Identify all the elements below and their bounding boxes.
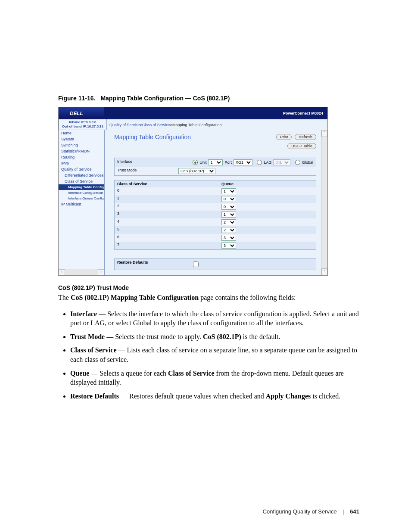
field-list: Interface — Selects the interface to whi… bbox=[70, 309, 359, 401]
cos-value: 6 bbox=[115, 234, 219, 242]
scroll-down-icon[interactable]: ˅ bbox=[321, 268, 327, 275]
table-row: 42 bbox=[115, 218, 316, 226]
main-scrollbar[interactable]: ˄ ˅ bbox=[321, 130, 327, 275]
lag-select: ch1 bbox=[273, 159, 290, 165]
product-name: PowerConnect M8024 bbox=[104, 107, 327, 119]
interface-lag-radio[interactable] bbox=[257, 160, 262, 165]
figure-caption: Figure 11-16.Mapping Table Configuration… bbox=[58, 95, 359, 102]
refresh-button[interactable]: Refresh bbox=[295, 134, 316, 140]
intro-paragraph: The CoS (802.1P) Mapping Table Configura… bbox=[58, 293, 359, 302]
scroll-up-icon[interactable]: ˄ bbox=[321, 130, 327, 137]
field-item: Queue — Selects a queue for each Class o… bbox=[70, 369, 359, 387]
section-heading: CoS (802.1P) Trust Mode bbox=[58, 284, 359, 291]
field-item: Restore Defaults — Restores default queu… bbox=[70, 392, 359, 401]
queue-select[interactable]: 3 bbox=[221, 243, 236, 249]
queue-select[interactable]: 2 bbox=[221, 219, 236, 225]
nav-tree[interactable]: HomeSystemSwitchingStatistics/RMONRoutin… bbox=[59, 130, 105, 275]
nav-scrollbar[interactable]: ‹ › bbox=[59, 269, 104, 275]
nav-item[interactable]: Quality of Service bbox=[59, 166, 104, 172]
crumb-qos[interactable]: Quality of Service bbox=[109, 123, 140, 127]
port-select[interactable]: XG1 bbox=[234, 159, 252, 165]
trust-mode-select[interactable]: CoS (802.1P) bbox=[178, 168, 215, 174]
top-bar: DELL PowerConnect M8024 bbox=[59, 107, 327, 119]
nav-item[interactable]: IP Multicast bbox=[59, 201, 104, 207]
queue-select[interactable]: 1 bbox=[221, 212, 236, 218]
interface-global-radio[interactable] bbox=[295, 160, 300, 165]
interface-unit-radio[interactable] bbox=[193, 160, 198, 165]
restore-defaults-checkbox[interactable] bbox=[193, 261, 199, 267]
table-row: 10 bbox=[115, 195, 316, 203]
restore-defaults-row: Restore Defaults bbox=[114, 258, 316, 270]
cos-value: 0 bbox=[115, 187, 219, 195]
footer-section: Configuring Quality of Service bbox=[263, 508, 337, 515]
figure-number: Figure 11-16. bbox=[58, 95, 95, 102]
dell-logo: DELL bbox=[59, 107, 104, 119]
col-class-of-service: Class of Service bbox=[115, 180, 219, 187]
cos-value: 7 bbox=[115, 242, 219, 249]
field-item: Class of Service — Lists each class of s… bbox=[70, 345, 359, 364]
global-label: Global bbox=[302, 160, 313, 165]
cos-queue-table: Class of Service Queue 0110203142526373 bbox=[114, 180, 316, 250]
unit-select[interactable]: 1 bbox=[208, 159, 223, 165]
dscp-table-button[interactable]: DSCP Table bbox=[287, 143, 316, 149]
table-row: 31 bbox=[115, 211, 316, 218]
nav-item[interactable]: Class of Service bbox=[59, 178, 104, 184]
unit-label: Unit bbox=[199, 160, 206, 165]
table-row: 20 bbox=[115, 203, 316, 211]
nav-item[interactable]: Switching bbox=[59, 142, 104, 148]
scroll-left-icon[interactable]: ‹ bbox=[59, 269, 65, 276]
cos-value: 1 bbox=[115, 195, 219, 203]
queue-select[interactable]: 1 bbox=[221, 188, 236, 194]
nav-item[interactable]: Statistics/RMON bbox=[59, 148, 104, 154]
svg-text:DELL: DELL bbox=[70, 110, 83, 116]
screenshot: DELL PowerConnect M8024 Inband IP:0.0.0.… bbox=[58, 107, 328, 276]
interface-label: Interface bbox=[115, 158, 175, 167]
cos-value: 3 bbox=[115, 211, 219, 218]
port-label: Port bbox=[224, 160, 232, 165]
table-row: 01 bbox=[115, 187, 316, 195]
page-footer: Configuring Quality of Service | 641 bbox=[263, 508, 359, 515]
print-button[interactable]: Print bbox=[276, 134, 292, 140]
nav-item[interactable]: IPv6 bbox=[59, 160, 104, 166]
queue-select[interactable]: 0 bbox=[221, 204, 236, 210]
queue-select[interactable]: 2 bbox=[221, 227, 236, 233]
page-title: Mapping Table Configuration bbox=[114, 134, 191, 140]
queue-select[interactable]: 0 bbox=[221, 196, 236, 202]
nav-item[interactable]: System bbox=[59, 136, 104, 142]
cos-value: 2 bbox=[115, 203, 219, 211]
restore-defaults-label: Restore Defaults bbox=[115, 259, 189, 270]
table-row: 63 bbox=[115, 234, 316, 242]
trust-mode-label: Trust Mode bbox=[115, 167, 176, 175]
crumb-current: Mapping Table Configuration bbox=[172, 123, 221, 127]
table-row: 52 bbox=[115, 226, 316, 234]
lag-label: LAG bbox=[264, 160, 271, 165]
inband-ip: Inband IP:0.0.0.0 bbox=[60, 120, 106, 124]
col-queue: Queue bbox=[219, 180, 316, 187]
settings-panel: Interface Unit 1 Port XG1 LAG bbox=[114, 158, 316, 176]
cos-value: 4 bbox=[115, 218, 219, 226]
breadcrumb: Quality of Service > Class of Service > … bbox=[107, 119, 327, 130]
cos-value: 5 bbox=[115, 226, 219, 234]
scroll-right-icon[interactable]: › bbox=[98, 269, 104, 276]
queue-select[interactable]: 3 bbox=[221, 235, 236, 241]
table-row: 73 bbox=[115, 242, 316, 249]
nav-item[interactable]: Differentiated Services bbox=[59, 172, 104, 178]
oob-ip: Out-of-band IP:10.27.5.31 bbox=[60, 124, 106, 129]
nav-item[interactable]: Interface Queue Configu bbox=[59, 196, 104, 201]
footer-page-number: 641 bbox=[350, 508, 359, 515]
nav-item[interactable]: Interface Configuration bbox=[59, 190, 104, 196]
nav-item[interactable]: Routing bbox=[59, 154, 104, 160]
field-item: Trust Mode — Selects the trust mode to a… bbox=[70, 332, 359, 342]
field-item: Interface — Selects the interface to whi… bbox=[70, 309, 359, 328]
figure-title: Mapping Table Configuration — CoS (802.1… bbox=[100, 95, 230, 102]
crumb-cos[interactable]: Class of Service bbox=[142, 123, 170, 127]
nav-item[interactable]: Home bbox=[59, 130, 104, 136]
nav-item[interactable]: Mapping Table Config bbox=[59, 184, 104, 190]
ip-info: Inband IP:0.0.0.0 Out-of-band IP:10.27.5… bbox=[59, 119, 107, 130]
